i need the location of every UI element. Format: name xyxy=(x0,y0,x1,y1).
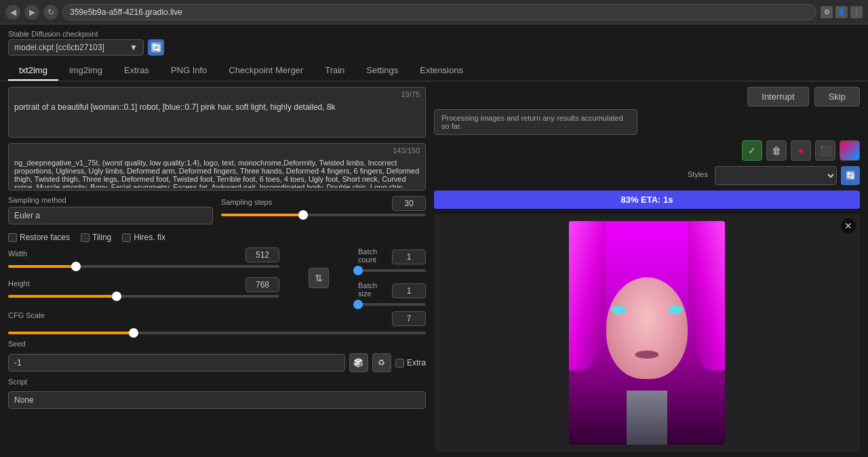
height-input[interactable] xyxy=(245,277,279,292)
steps-label: Sampling steps xyxy=(221,198,272,206)
tab-checkpoint[interactable]: Checkpoint Merger xyxy=(218,61,314,81)
steps-slider-fill xyxy=(221,214,303,216)
action-icons-row: ✓ 🗑 ● ⬛ xyxy=(434,140,860,161)
processing-tooltip: Processing images and return any results… xyxy=(434,109,637,135)
interrupt-button[interactable]: Interrupt xyxy=(747,87,808,106)
square-icon-btn[interactable]: ⬛ xyxy=(815,140,835,161)
seed-label: Seed xyxy=(8,340,426,348)
sampling-controls: Sampling method Euler a Sampling steps xyxy=(8,196,426,224)
skip-button[interactable]: Skip xyxy=(814,87,860,106)
sampling-method-select[interactable]: Euler a xyxy=(8,207,213,224)
styles-apply-button[interactable]: 🔄 xyxy=(841,166,860,185)
tab-train[interactable]: Train xyxy=(314,61,355,81)
batch-count-input[interactable] xyxy=(392,250,426,264)
tab-txt2img[interactable]: txt2img xyxy=(8,61,58,81)
tab-extras[interactable]: Extras xyxy=(113,61,160,81)
steps-slider-thumb[interactable] xyxy=(298,210,308,220)
browser-chrome: ◀ ▶ ↻ 359e5b9a-a5ff-4216.gradio.live ⚙ 👤… xyxy=(0,0,868,24)
seed-input[interactable] xyxy=(8,354,345,372)
dimensions-block: Width Height xyxy=(8,247,279,298)
styles-row: Styles 🔄 xyxy=(434,166,860,185)
check-icon-btn[interactable]: ✓ xyxy=(742,140,762,161)
neg-prompt-count: 143/150 xyxy=(393,146,420,155)
url-bar[interactable]: 359e5b9a-a5ff-4216.gradio.live xyxy=(62,4,816,20)
tab-settings[interactable]: Settings xyxy=(355,61,409,81)
tab-pnginfo[interactable]: PNG Info xyxy=(160,61,218,81)
width-slider[interactable] xyxy=(8,265,279,268)
cfg-scale-fill xyxy=(8,332,134,334)
content-area: 19/75 143/150 Sampling method Euler a xyxy=(0,81,868,457)
back-button[interactable]: ◀ xyxy=(5,5,20,20)
cfg-scale-slider[interactable] xyxy=(8,332,426,334)
batch-size-input[interactable] xyxy=(392,283,426,298)
script-label: Script xyxy=(8,378,426,386)
dice-button[interactable]: 🎲 xyxy=(349,353,368,372)
app-container: Stable Diffusion checkpoint model.ckpt [… xyxy=(0,24,868,457)
script-select[interactable]: None xyxy=(8,391,426,409)
extra-checkbox[interactable]: Extra xyxy=(395,358,426,367)
checkbox-row: Restore faces Tiling Hires. fix xyxy=(8,233,426,242)
model-select[interactable]: model.ckpt [cc6cb27103] ▼ xyxy=(8,39,144,56)
browser-toolbar: ⚙ 👤 ⋮ xyxy=(821,6,863,18)
color-icon-btn[interactable] xyxy=(840,140,860,161)
prompt-container: 19/75 xyxy=(8,87,426,138)
cfg-scale-thumb[interactable] xyxy=(129,328,138,338)
menu-icon: ⋮ xyxy=(850,6,863,18)
generated-image xyxy=(569,221,725,445)
pink-icon-btn[interactable]: ● xyxy=(791,140,811,161)
reload-button[interactable]: ↻ xyxy=(43,5,58,20)
batch-count-label: Batch count xyxy=(358,247,392,264)
steps-input[interactable] xyxy=(392,196,426,211)
sampling-method-label: Sampling method xyxy=(8,196,213,204)
left-panel: 19/75 143/150 Sampling method Euler a xyxy=(0,81,434,457)
batch-block: Batch count Batch size xyxy=(358,247,426,306)
height-slider[interactable] xyxy=(8,295,279,298)
batch-size-thumb[interactable] xyxy=(353,300,363,309)
recycle-button[interactable]: ♻ xyxy=(372,353,391,372)
image-display: ✕ xyxy=(434,214,860,452)
width-slider-fill xyxy=(8,265,76,268)
styles-label: Styles xyxy=(688,170,708,178)
tab-extensions[interactable]: Extensions xyxy=(409,61,474,81)
prompt-count: 19/75 xyxy=(401,90,420,98)
interrupt-skip-row: Interrupt Skip xyxy=(434,87,860,106)
width-label: Width xyxy=(8,250,27,258)
cfg-scale-block: CFG Scale xyxy=(8,311,426,334)
width-input[interactable] xyxy=(245,247,279,262)
width-slider-thumb[interactable] xyxy=(71,262,81,271)
steps-block: Sampling steps xyxy=(221,196,426,224)
cfg-scale-label: CFG Scale xyxy=(8,311,45,323)
swap-dimensions-button[interactable]: ⇅ xyxy=(309,268,329,288)
height-label: Height xyxy=(8,279,30,287)
batch-count-slider[interactable] xyxy=(358,269,426,272)
cfg-scale-input[interactable] xyxy=(392,311,426,326)
interrupt-area: Interrupt Skip Processing images and ret… xyxy=(434,87,860,135)
hires-fix-checkbox[interactable]: Hires. fix xyxy=(122,233,165,242)
extensions-icon: ⚙ xyxy=(821,6,833,18)
styles-select[interactable] xyxy=(715,166,837,185)
batch-size-slider[interactable] xyxy=(358,303,426,306)
height-slider-thumb[interactable] xyxy=(112,292,121,301)
profile-icon: 👤 xyxy=(835,6,848,18)
model-label: Stable Diffusion checkpoint xyxy=(8,30,164,38)
tab-img2img[interactable]: img2img xyxy=(58,61,113,81)
neg-prompt-container: 143/150 xyxy=(8,143,426,191)
seed-block: Seed 🎲 ♻ Extra xyxy=(8,340,426,372)
dimensions-grid: Width Height xyxy=(8,247,426,306)
trash-icon-btn[interactable]: 🗑 xyxy=(766,140,787,161)
tiling-checkbox[interactable]: Tiling xyxy=(81,233,111,242)
forward-button[interactable]: ▶ xyxy=(24,5,39,20)
restore-faces-checkbox[interactable]: Restore faces xyxy=(8,233,70,242)
batch-count-thumb[interactable] xyxy=(353,266,363,275)
top-bar: Stable Diffusion checkpoint model.ckpt [… xyxy=(0,24,868,61)
refresh-button[interactable]: 🔄 xyxy=(148,39,164,56)
tabs-bar: txt2img img2img Extras PNG Info Checkpoi… xyxy=(0,61,868,81)
steps-slider[interactable] xyxy=(221,214,426,216)
image-close-button[interactable]: ✕ xyxy=(841,218,856,233)
progress-bar: 83% ETA: 1s xyxy=(434,191,860,209)
right-panel: Interrupt Skip Processing images and ret… xyxy=(434,81,868,457)
batch-size-label: Batch size xyxy=(358,281,392,298)
neg-prompt-textarea[interactable] xyxy=(9,144,425,188)
prompt-textarea[interactable] xyxy=(9,87,425,135)
height-slider-fill xyxy=(8,295,117,298)
